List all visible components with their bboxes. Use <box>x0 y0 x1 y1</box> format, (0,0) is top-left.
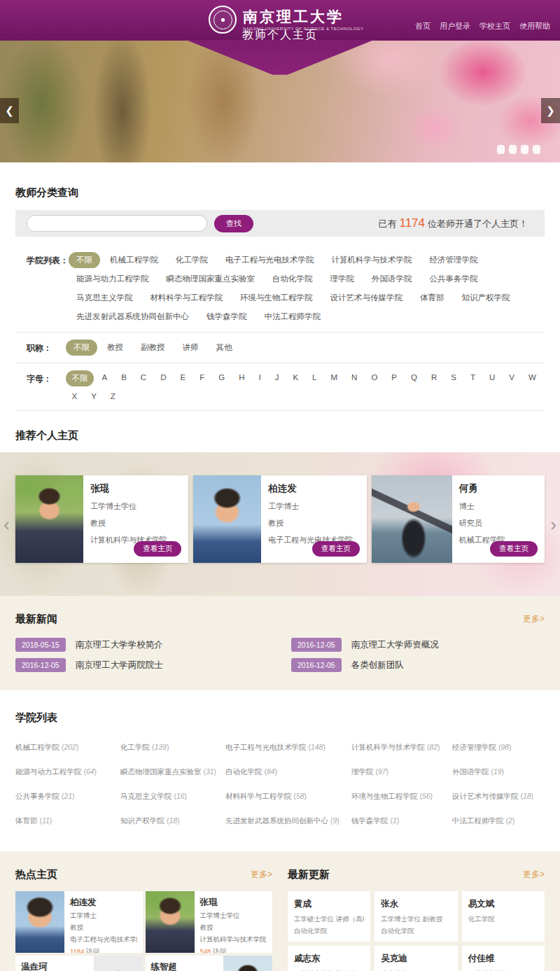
filter-option[interactable]: F <box>194 370 211 386</box>
news-item[interactable]: 2018-05-15 南京理工大学学校简介 <box>15 638 269 652</box>
college-link[interactable]: 马克思主义学院 (16) <box>120 792 225 802</box>
filter-option[interactable]: S <box>445 370 463 386</box>
filter-option[interactable]: M <box>325 370 344 386</box>
update-teacher-card[interactable]: 吴克迪 博士学位 理学院 <box>374 946 457 971</box>
college-link[interactable]: 设计艺术与传媒学院 (18) <box>452 792 545 802</box>
filter-option[interactable]: 外国语学院 <box>364 271 420 287</box>
hot-teacher-card[interactable]: 柏连发 工学博士 教授 电子工程与光电技术学院 1184 访问 <box>15 891 143 953</box>
filter-option[interactable]: H <box>233 370 251 386</box>
college-link[interactable]: 中法工程师学院 (2) <box>452 816 545 826</box>
filter-option[interactable]: 设计艺术与传媒学院 <box>323 290 411 306</box>
filter-option[interactable]: V <box>503 370 521 386</box>
filter-option[interactable]: 不限 <box>66 370 94 386</box>
filter-option[interactable]: 公共事务学院 <box>422 271 486 287</box>
college-link[interactable]: 计算机科学与技术学院 (82) <box>351 743 452 753</box>
filter-option[interactable]: L <box>307 370 323 386</box>
hot-teacher-card[interactable]: 张琨 工学博士学位 教授 计算机科学与技术学院 548 访问 <box>146 891 273 953</box>
view-homepage-button[interactable]: 查看主页 <box>312 541 360 557</box>
carousel-next-icon[interactable]: › <box>550 515 556 533</box>
filter-option[interactable]: U <box>483 370 500 386</box>
college-link[interactable]: 理学院 (97) <box>351 767 452 777</box>
filter-option[interactable]: 自动化学院 <box>265 271 321 287</box>
filter-option[interactable]: W <box>522 370 542 386</box>
filter-option[interactable]: 机械工程学院 <box>102 252 166 268</box>
update-teacher-card[interactable]: 戚志东 工学博士学位 副教授 自动化学院 <box>288 946 370 971</box>
filter-option[interactable]: 马克思主义学院 <box>69 290 141 306</box>
filter-option[interactable]: B <box>115 370 133 386</box>
filter-option[interactable]: 其他 <box>209 340 240 356</box>
update-teacher-card[interactable]: 张永 工学博士学位 副教授 自动化学院 <box>374 891 457 942</box>
view-homepage-button[interactable]: 查看主页 <box>134 541 181 557</box>
filter-option[interactable]: 计算机科学与技术学院 <box>324 252 420 268</box>
banner-prev-icon[interactable]: ❮ <box>0 98 19 123</box>
college-link[interactable]: 知识产权学院 (18) <box>120 816 225 826</box>
banner-dot[interactable] <box>497 145 505 154</box>
filter-option[interactable]: X <box>66 389 83 403</box>
filter-option[interactable]: I <box>253 370 267 386</box>
news-item[interactable]: 2016-12-05 南京理工大学两院院士 <box>15 658 269 672</box>
filter-option[interactable]: Y <box>85 389 103 403</box>
carousel-prev-icon[interactable]: ‹ <box>4 515 10 533</box>
view-homepage-button[interactable]: 查看主页 <box>490 541 538 557</box>
filter-option[interactable]: 钱学森学院 <box>199 309 255 325</box>
update-teacher-card[interactable]: 黄成 工学硕士学位 讲师（高校） 自动化学院 <box>288 891 370 942</box>
college-link[interactable]: 材料科学与工程学院 (58) <box>225 792 351 802</box>
college-link[interactable]: 经济管理学院 (98) <box>452 743 545 753</box>
banner-next-icon[interactable]: ❯ <box>541 98 560 123</box>
filter-option[interactable]: 经济管理学院 <box>422 252 486 268</box>
filter-option[interactable]: Q <box>405 370 424 386</box>
news-more-link[interactable]: 更多> <box>523 613 545 625</box>
news-item[interactable]: 2016-12-05 各类创新团队 <box>291 658 545 672</box>
filter-option[interactable]: 电子工程与光电技术学院 <box>218 252 322 268</box>
hot-more-link[interactable]: 更多> <box>251 869 272 881</box>
filter-option[interactable]: P <box>386 370 403 386</box>
filter-option[interactable]: C <box>134 370 152 386</box>
update-teacher-card[interactable]: 易文斌 化工学院 <box>462 891 545 942</box>
filter-option[interactable]: 环境与生物工程学院 <box>232 290 321 306</box>
college-link[interactable]: 环境与生物工程学院 (56) <box>351 792 452 802</box>
college-link[interactable]: 外国语学院 (19) <box>452 767 545 777</box>
search-button[interactable]: 查找 <box>214 215 253 232</box>
filter-option[interactable]: 材料科学与工程学院 <box>143 290 231 306</box>
filter-option[interactable]: J <box>269 370 285 386</box>
college-link[interactable]: 机械工程学院 (202) <box>15 743 120 753</box>
teacher-card[interactable]: 何勇 博士 研究员 机械工程学院 查看主页 <box>372 475 545 563</box>
filter-option[interactable]: R <box>425 370 442 386</box>
banner-dot[interactable] <box>509 145 517 154</box>
search-input[interactable] <box>27 215 207 232</box>
filter-option[interactable]: O <box>365 370 384 386</box>
filter-option[interactable]: N <box>346 370 363 386</box>
hot-teacher-card[interactable]: 温垚珂 工学博士学位 副教授 机械工程学院 242 访问 <box>15 956 143 971</box>
filter-option[interactable]: 先进发射武器系统协同创新中心 <box>69 309 197 325</box>
filter-option[interactable]: 中法工程师学院 <box>257 309 329 325</box>
college-link[interactable]: 先进发射武器系统协同创新中心 (9) <box>225 816 351 826</box>
college-link[interactable]: 体育部 (11) <box>15 816 120 826</box>
college-link[interactable]: 电子工程与光电技术学院 (148) <box>225 743 351 753</box>
filter-option[interactable]: Z <box>104 389 121 403</box>
filter-option[interactable]: 化工学院 <box>168 252 216 268</box>
filter-option[interactable]: 讲师 <box>175 340 206 356</box>
banner-dot[interactable] <box>533 145 540 154</box>
filter-option[interactable]: 瞬态物理国家重点实验室 <box>159 271 263 287</box>
filter-option[interactable]: E <box>174 370 192 386</box>
filter-option[interactable]: A <box>96 370 113 386</box>
filter-option[interactable]: 不限 <box>69 252 100 268</box>
filter-option[interactable]: 能源与动力工程学院 <box>69 271 157 287</box>
updates-more-link[interactable]: 更多> <box>523 869 545 881</box>
teacher-card[interactable]: 张琨 工学博士学位 教授 计算机科学与技术学院 查看主页 <box>15 475 188 563</box>
filter-option[interactable]: K <box>287 370 304 386</box>
college-link[interactable]: 化工学院 (139) <box>120 743 225 753</box>
filter-option[interactable]: 理学院 <box>323 271 363 287</box>
college-link[interactable]: 钱学森学院 (1) <box>351 816 452 826</box>
college-link[interactable]: 能源与动力工程学院 (64) <box>15 767 120 777</box>
update-teacher-card[interactable]: 付佳维 工学博士学位 机械工程学院 <box>462 946 545 971</box>
college-link[interactable]: 公共事务学院 (21) <box>15 792 120 802</box>
filter-option[interactable]: G <box>213 370 231 386</box>
college-link[interactable]: 瞬态物理国家重点实验室 (31) <box>120 767 225 777</box>
hot-teacher-card[interactable]: 练智超 工学博士学位 副教授 计算机科学与技术学院 182 访问 <box>146 956 273 971</box>
filter-option[interactable]: 体育部 <box>412 290 452 306</box>
filter-option[interactable]: 知识产权学院 <box>454 290 518 306</box>
filter-option[interactable]: D <box>155 370 172 386</box>
filter-option[interactable]: 副教授 <box>133 340 173 356</box>
news-item[interactable]: 2016-12-05 南京理工大学师资概况 <box>291 638 545 652</box>
